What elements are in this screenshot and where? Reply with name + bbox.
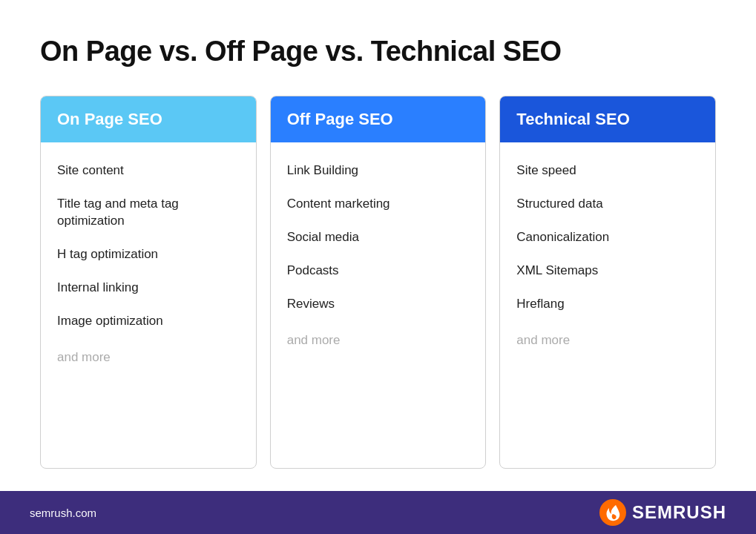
page-title: On Page vs. Off Page vs. Technical SEO <box>40 36 716 67</box>
list-item: XML Sitemaps <box>516 254 699 288</box>
list-item: Canonicalization <box>516 221 699 254</box>
list-item: Content marketing <box>287 188 470 221</box>
main-content: On Page vs. Off Page vs. Technical SEO O… <box>0 0 756 491</box>
list-item: Social media <box>287 221 470 254</box>
semrush-logo: SEMRUSH <box>599 499 726 526</box>
technical-column: Technical SEO Site speed Structured data… <box>499 96 716 469</box>
list-item: Reviews <box>287 288 470 321</box>
semrush-flame-icon <box>599 499 626 526</box>
on-page-column: On Page SEO Site content Title tag and m… <box>40 96 257 469</box>
on-page-header: On Page SEO <box>41 96 256 142</box>
technical-header: Technical SEO <box>500 96 715 142</box>
technical-body: Site speed Structured data Canonicalizat… <box>500 142 715 468</box>
list-item: Image optimization <box>57 305 240 338</box>
list-item: Link Building <box>287 154 470 188</box>
and-more-label: and more <box>57 341 240 375</box>
footer: semrush.com SEMRUSH <box>0 491 756 534</box>
list-item: Site content <box>57 154 240 188</box>
on-page-body: Site content Title tag and meta tag opti… <box>41 142 256 468</box>
list-item: Internal linking <box>57 271 240 305</box>
and-more-label: and more <box>516 324 699 357</box>
and-more-label: and more <box>287 324 470 357</box>
off-page-column: Off Page SEO Link Building Content marke… <box>270 96 487 469</box>
semrush-text: SEMRUSH <box>632 502 726 523</box>
off-page-header: Off Page SEO <box>271 96 486 142</box>
list-item: H tag optimization <box>57 238 240 271</box>
footer-url: semrush.com <box>30 507 96 519</box>
off-page-body: Link Building Content marketing Social m… <box>271 142 486 468</box>
list-item: Structured data <box>516 188 699 221</box>
columns-container: On Page SEO Site content Title tag and m… <box>40 96 716 469</box>
list-item: Hreflang <box>516 288 699 321</box>
list-item: Podcasts <box>287 254 470 288</box>
list-item: Site speed <box>516 154 699 188</box>
list-item: Title tag and meta tag optimization <box>57 188 240 238</box>
